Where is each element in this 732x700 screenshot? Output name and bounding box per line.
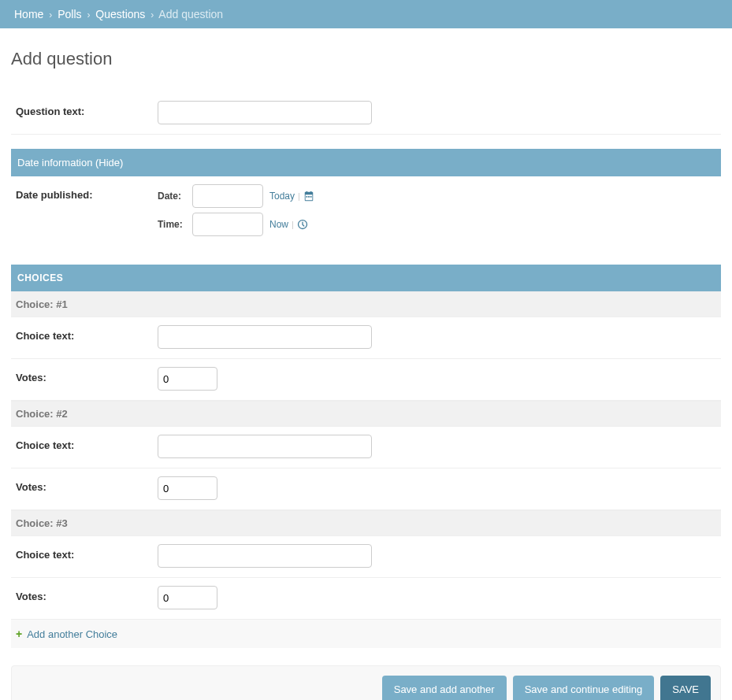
date-sub-label: Date: [158, 191, 192, 202]
choices-section: CHOICES Choice: #1 Choice text: Votes: C… [11, 265, 721, 648]
plus-icon: + [16, 628, 22, 640]
breadcrumb-sep: › [148, 9, 156, 20]
date-published-date-input[interactable] [192, 184, 263, 208]
date-information-section: Date information (Hide) Date published: … [11, 149, 721, 257]
choice-3-votes-input[interactable] [158, 586, 217, 609]
choice-2-text-input[interactable] [158, 435, 372, 458]
choices-section-title: CHOICES [11, 265, 721, 291]
choice-heading-2: Choice: #2 [11, 401, 721, 427]
pipe: | [295, 191, 303, 201]
date-published-label: Date published: [16, 184, 158, 201]
clock-icon[interactable] [297, 219, 308, 230]
breadcrumb-polls[interactable]: Polls [58, 8, 81, 20]
time-sub-label: Time: [158, 219, 192, 230]
breadcrumb-sep: › [46, 9, 54, 20]
choice-1-votes-input[interactable] [158, 367, 217, 391]
choice-1-text-input[interactable] [158, 325, 372, 349]
choice-2-votes-input[interactable] [158, 476, 217, 500]
date-info-hide-toggle[interactable]: (Hide) [95, 157, 123, 169]
question-text-input[interactable] [158, 101, 372, 124]
today-shortcut[interactable]: Today [269, 191, 295, 202]
choice-heading-1: Choice: #1 [11, 291, 721, 317]
breadcrumb-sep: › [84, 9, 92, 20]
choice-heading-3: Choice: #3 [11, 510, 721, 536]
votes-label: Votes: [16, 476, 158, 493]
choice-text-label: Choice text: [16, 325, 158, 342]
page-title: Add question [11, 49, 721, 69]
date-info-title: Date information [17, 157, 92, 169]
breadcrumb-home[interactable]: Home [14, 8, 43, 20]
calendar-icon[interactable] [303, 191, 314, 202]
submit-row: Save and add another Save and continue e… [11, 665, 721, 700]
question-text-label: Question text: [16, 101, 158, 117]
votes-label: Votes: [16, 367, 158, 383]
breadcrumb-questions[interactable]: Questions [95, 8, 145, 20]
choice-text-label: Choice text: [16, 544, 158, 561]
breadcrumb: Home › Polls › Questions › Add question [0, 0, 732, 28]
votes-label: Votes: [16, 586, 158, 602]
now-shortcut[interactable]: Now [269, 219, 288, 230]
save-and-add-another-button[interactable]: Save and add another [382, 676, 507, 700]
breadcrumb-current: Add question [158, 8, 223, 20]
save-and-continue-editing-button[interactable]: Save and continue editing [513, 676, 655, 700]
save-button[interactable]: SAVE [660, 676, 711, 700]
add-another-choice-link[interactable]: Add another Choice [27, 628, 117, 640]
choice-3-text-input[interactable] [158, 544, 372, 568]
pipe: | [288, 220, 297, 229]
choice-text-label: Choice text: [16, 435, 158, 451]
date-published-time-input[interactable] [192, 213, 263, 236]
